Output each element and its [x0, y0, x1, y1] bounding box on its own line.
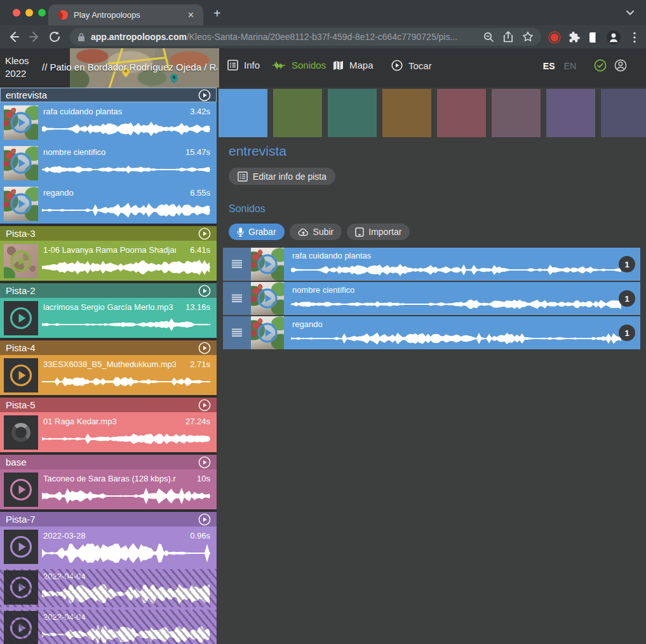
- clip-thumbnail[interactable]: [4, 473, 38, 507]
- zoom-out-icon[interactable]: [483, 32, 494, 43]
- clip-thumbnail[interactable]: [4, 530, 38, 564]
- zoom-window-button[interactable]: [38, 9, 46, 17]
- clip[interactable]: 2022-04-04: [0, 610, 217, 644]
- import-button[interactable]: Importar: [347, 224, 410, 240]
- tab-close-icon[interactable]: ✕: [185, 9, 197, 21]
- track-header[interactable]: Pista-4: [0, 340, 217, 355]
- clip-duration: 6.55s: [190, 188, 210, 198]
- clip[interactable]: nombre cientifico 15.47s: [0, 145, 217, 183]
- browser-menu-kebab-icon[interactable]: [633, 32, 636, 43]
- sound-row[interactable]: rafa cuidando plantas 1: [223, 248, 640, 281]
- forward-button[interactable]: [24, 31, 44, 43]
- saved-check-icon[interactable]: [594, 59, 607, 72]
- track-play-icon[interactable]: [198, 89, 211, 102]
- track-header[interactable]: entrevista: [0, 88, 217, 102]
- waveform: [291, 330, 621, 347]
- track-play-icon[interactable]: [198, 342, 211, 354]
- drag-handle-icon[interactable]: [223, 316, 251, 349]
- play-icon: [10, 364, 32, 387]
- clip[interactable]: 2022-03-28 0.96s: [0, 528, 217, 567]
- clip[interactable]: 2022-04-04: [0, 569, 217, 607]
- edit-track-info-button[interactable]: Editar info de pista: [229, 168, 335, 185]
- tab-mapa[interactable]: Mapa: [333, 60, 373, 70]
- clip[interactable]: 01 Raga Kedar.mp3 27.24s: [0, 414, 217, 452]
- app-header: Kleos2022 // Patio en Bordador Rodríguez…: [0, 48, 646, 88]
- track-color-strip: [219, 89, 646, 137]
- track-tile-entrevista[interactable]: [219, 89, 267, 137]
- reload-button[interactable]: [44, 31, 65, 43]
- track-play-icon[interactable]: [198, 456, 211, 469]
- track-base: base Taconeo de Sara Baras (128 kbps).mp…: [0, 455, 217, 509]
- clip-thumbnail[interactable]: [4, 187, 38, 221]
- clip[interactable]: lacrimosa Sergio García Merlo.mp3 13.16s: [0, 300, 217, 338]
- sound-thumbnail[interactable]: [251, 316, 284, 349]
- track-tile-pista-5[interactable]: [437, 89, 486, 137]
- track-tile-pista-3[interactable]: [273, 89, 322, 137]
- address-bar[interactable]: app.antropoloops.com/Kleos-Santa-Marina/…: [70, 28, 541, 46]
- minimize-window-button[interactable]: [25, 9, 33, 17]
- tab-tocar[interactable]: Tocar: [391, 60, 432, 71]
- track-tile-base[interactable]: [492, 89, 541, 137]
- account-icon[interactable]: [614, 59, 627, 72]
- new-tab-button[interactable]: +: [213, 6, 221, 21]
- side-panel-icon[interactable]: [589, 32, 600, 43]
- clip[interactable]: Taconeo de Sara Baras (128 kbps).mp3 10s: [0, 471, 217, 509]
- sound-body[interactable]: rafa cuidando plantas 1: [284, 248, 640, 281]
- track-pista-3: Pista-3 1-06 Lavanya Rama Poorna Shadjam…: [0, 226, 217, 281]
- sound-body[interactable]: nombre cientifico 1: [284, 282, 640, 315]
- track-tile-pista-7[interactable]: [546, 89, 595, 137]
- lang-es[interactable]: ES: [543, 61, 555, 71]
- clip[interactable]: 33ESX6038_B5_Muthedukkum.mp3 2.71s: [0, 357, 217, 395]
- tab-search-chevron-icon[interactable]: [626, 8, 635, 17]
- track-play-icon[interactable]: [198, 227, 211, 240]
- clip[interactable]: 1-06 Lavanya Rama Poorna Shadjam Rupak..…: [0, 243, 217, 281]
- drag-handle-icon[interactable]: [223, 282, 251, 315]
- track-header[interactable]: Pista-2: [0, 283, 217, 298]
- browser-tab[interactable]: Play Antropoloops ✕: [48, 4, 203, 25]
- clip-thumbnail[interactable]: [4, 146, 38, 180]
- profile-avatar[interactable]: [607, 30, 621, 44]
- bookmark-star-icon[interactable]: [522, 31, 534, 43]
- play-icon: [10, 576, 32, 599]
- waveform: [42, 201, 210, 220]
- track-play-icon[interactable]: [198, 513, 211, 526]
- upload-button[interactable]: Subir: [290, 224, 342, 240]
- track-header[interactable]: base: [0, 455, 217, 469]
- clip-thumbnail[interactable]: [4, 244, 38, 278]
- clip-thumbnail[interactable]: [4, 105, 38, 140]
- record-button[interactable]: Grabar: [229, 224, 285, 240]
- clip-thumbnail[interactable]: [4, 570, 38, 605]
- sound-row[interactable]: regando 1: [223, 316, 640, 349]
- track-header[interactable]: Pista-5: [0, 398, 217, 412]
- clip-thumbnail[interactable]: [4, 358, 38, 392]
- clip[interactable]: regando 6.55s: [0, 185, 217, 224]
- extensions-puzzle-icon[interactable]: [569, 31, 581, 43]
- track-tile-pista-4[interactable]: [382, 89, 431, 137]
- sound-row[interactable]: nombre cientifico 1: [223, 282, 640, 315]
- tab-sonidos[interactable]: Sonidos: [272, 60, 326, 70]
- tab-info[interactable]: Info: [227, 60, 260, 70]
- sound-thumbnail[interactable]: [251, 248, 284, 281]
- back-button[interactable]: [4, 31, 24, 43]
- drag-handle-icon[interactable]: [223, 248, 251, 281]
- clip-thumbnail[interactable]: [4, 415, 38, 450]
- track-play-icon[interactable]: [198, 399, 211, 412]
- track-header[interactable]: Pista-3: [0, 226, 217, 241]
- sound-thumbnail[interactable]: [251, 282, 284, 315]
- track-header[interactable]: Pista-7: [0, 512, 217, 527]
- clip-thumbnail[interactable]: [4, 611, 38, 644]
- sound-body[interactable]: regando 1: [284, 316, 640, 349]
- recording-extension-icon[interactable]: [548, 31, 561, 44]
- track-tile-pista-2[interactable]: [328, 89, 377, 137]
- close-window-button[interactable]: [13, 9, 20, 17]
- play-icon: [10, 307, 32, 330]
- sound-title: regando: [292, 319, 602, 329]
- clip-thumbnail[interactable]: [4, 301, 38, 335]
- project-name[interactable]: Kleos2022: [5, 55, 29, 80]
- share-icon[interactable]: [503, 31, 513, 43]
- import-device-icon: [355, 227, 364, 237]
- clip[interactable]: rafa cuidando plantas 3.42s: [0, 104, 217, 142]
- track-tile-8[interactable]: [601, 89, 646, 137]
- track-play-icon[interactable]: [198, 285, 211, 297]
- lang-en[interactable]: EN: [564, 61, 576, 71]
